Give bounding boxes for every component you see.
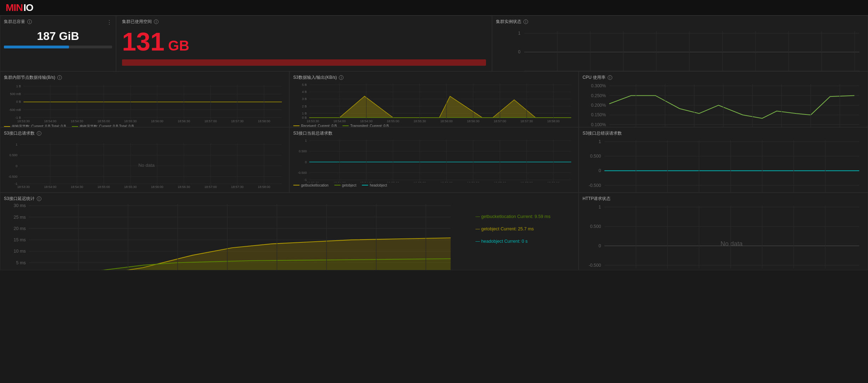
svg-text:-0.500: -0.500 xyxy=(8,175,18,178)
s3-error-panel: S3接口总错误请求数 1 0.500 0 -0.500 -1 18:53:30 … xyxy=(579,127,868,193)
cpu-usage-info-icon[interactable]: i xyxy=(608,75,612,80)
svg-text:18:54:30: 18:54:30 xyxy=(71,185,83,189)
svg-text:18:56:30: 18:56:30 xyxy=(178,119,190,123)
svg-text:0.500: 0.500 xyxy=(299,149,307,153)
logo: MIN IO xyxy=(6,2,33,13)
row2: 集群内部节点数据传输(B/s) i 1 B 500 mB 0 B -500 mB… xyxy=(0,71,868,127)
svg-text:-500 mB: -500 mB xyxy=(9,108,21,112)
svg-text:18:53:30: 18:53:30 xyxy=(17,185,30,189)
svg-text:18:57:00: 18:57:00 xyxy=(204,185,217,189)
legend-tx: 传输字节数: Current: 0 B Total: 0 B xyxy=(4,124,66,127)
used-space-info-icon[interactable]: i xyxy=(154,19,158,24)
svg-text:0 B: 0 B xyxy=(302,116,307,119)
header: MIN IO xyxy=(0,0,868,16)
legend-rx: 接收字节数: Current: 0 B Total: 0 B xyxy=(72,124,134,127)
legend-s3-rx-dot xyxy=(293,125,300,126)
svg-text:-0.500: -0.500 xyxy=(589,183,601,188)
svg-text:1: 1 xyxy=(598,205,601,210)
cluster-status-chart: 1 0 18:53:30 18:54:00 18:54:30 18:55:00 … xyxy=(496,26,864,71)
legend-s3-rx-label: Received: Current: 0 B xyxy=(301,124,337,127)
svg-text:18:57:30: 18:57:30 xyxy=(520,119,533,123)
svg-text:No data: No data xyxy=(138,163,155,168)
s3-latency-title: S3接口延迟统计 i xyxy=(4,196,575,202)
legend-headobj-curr-dot xyxy=(362,185,368,185)
s3-total-panel: S3接口总请求数 i 1 0.500 0 -0.500 -1 No data 1… xyxy=(0,127,289,193)
svg-text:— headobject  Current: 0 s: — headobject Current: 0 s xyxy=(475,239,527,244)
http-status-chart: 1 0.500 0 -0.500 No data 18:53:30 18:54:… xyxy=(583,203,864,270)
s3-latency-panel: S3接口延迟统计 i 30 ms 25 ms 20 ms 15 ms 10 ms… xyxy=(0,193,579,270)
svg-text:-0.500: -0.500 xyxy=(589,263,601,268)
svg-text:-0.500: -0.500 xyxy=(298,171,307,175)
internal-transfer-info-icon[interactable]: i xyxy=(57,75,62,80)
svg-text:0: 0 xyxy=(598,243,601,248)
capacity-bar xyxy=(4,46,112,48)
svg-text:1 B: 1 B xyxy=(302,112,307,115)
svg-text:25 ms: 25 ms xyxy=(13,215,25,220)
svg-text:18:58:00: 18:58:00 xyxy=(547,119,560,123)
capacity-menu-icon[interactable]: ⋮ xyxy=(106,19,112,26)
svg-text:18:57:30: 18:57:30 xyxy=(520,181,533,182)
svg-text:20 ms: 20 ms xyxy=(13,226,25,231)
cpu-usage-chart: 0.300% 0.250% 0.200% 0.150% 0.100% 0.050… xyxy=(583,82,864,127)
internal-transfer-title: 集群内部节点数据传输(B/s) i xyxy=(4,75,285,81)
capacity-value: 187 GiB xyxy=(4,30,112,43)
svg-text:0: 0 xyxy=(16,164,17,168)
svg-text:18:55:00: 18:55:00 xyxy=(387,119,399,123)
svg-text:5 B: 5 B xyxy=(302,83,307,87)
svg-text:18:55:00: 18:55:00 xyxy=(387,181,399,182)
svg-text:0.250%: 0.250% xyxy=(591,93,606,98)
s3-current-legend: getbucketlocation getobject headobject xyxy=(293,183,575,187)
used-space-title-label: 集群已使用空间 xyxy=(122,19,152,25)
s3-latency-content: 30 ms 25 ms 20 ms 15 ms 10 ms 5 ms 0 s xyxy=(4,203,575,270)
capacity-title-label: 集群总容量 xyxy=(4,19,25,25)
svg-text:18:55:30: 18:55:30 xyxy=(124,119,137,123)
legend-headobj-curr: headobject xyxy=(362,183,387,187)
cluster-status-info-icon[interactable]: i xyxy=(523,19,528,24)
svg-text:0.100%: 0.100% xyxy=(591,122,606,127)
legend-rx-dot xyxy=(72,126,78,127)
http-status-panel: HTTP请求状态 1 0.500 0 -0.500 No data 18:53:… xyxy=(579,193,868,270)
s3-io-info-icon[interactable]: i xyxy=(339,75,343,80)
cluster-status-title: 集群实例状态 i xyxy=(496,19,864,25)
http-status-label: HTTP请求状态 xyxy=(583,196,611,202)
legend-getbucket-curr: getbucketlocation xyxy=(293,183,329,187)
legend-getbucket-curr-dot xyxy=(293,185,300,185)
svg-text:18:54:30: 18:54:30 xyxy=(360,181,372,182)
svg-text:3 B: 3 B xyxy=(302,97,307,101)
cpu-usage-title: CPU 使用率 i xyxy=(583,75,864,81)
svg-text:15 ms: 15 ms xyxy=(13,237,25,242)
used-space-panel: 集群已使用空间 i 131 GB xyxy=(116,16,492,71)
cluster-status-label: 集群实例状态 xyxy=(496,19,521,25)
s3-io-title: S3数据输入/输出(KB/s) i xyxy=(293,75,575,81)
svg-text:500 mB: 500 mB xyxy=(10,92,21,96)
svg-text:18:57:00: 18:57:00 xyxy=(494,181,506,182)
svg-text:0: 0 xyxy=(598,168,601,173)
legend-rx-label: 接收字节数: Current: 0 B Total: 0 B xyxy=(80,124,134,127)
svg-text:18:56:00: 18:56:00 xyxy=(151,119,163,123)
legend-tx-label: 传输字节数: Current: 0 B Total: 0 B xyxy=(12,124,66,127)
internal-transfer-panel: 集群内部节点数据传输(B/s) i 1 B 500 mB 0 B -500 mB… xyxy=(0,71,289,127)
svg-text:0.200%: 0.200% xyxy=(591,103,606,108)
svg-text:18:55:30: 18:55:30 xyxy=(413,119,426,123)
logo-min-text: MIN xyxy=(6,2,23,13)
svg-text:No data: No data xyxy=(721,240,743,247)
svg-text:18:58:00: 18:58:00 xyxy=(258,119,270,123)
capacity-bar-fill xyxy=(4,46,69,48)
s3-total-info-icon[interactable]: i xyxy=(37,131,41,136)
s3-latency-info-icon[interactable]: i xyxy=(37,196,41,201)
used-space-bar xyxy=(122,59,486,66)
svg-text:2 B: 2 B xyxy=(302,105,307,108)
s3-error-title: S3接口总错误请求数 xyxy=(583,130,864,136)
capacity-title: 集群总容量 i xyxy=(4,19,32,25)
svg-text:18:57:00: 18:57:00 xyxy=(494,119,506,123)
svg-text:— getbucketlocation  Current: : — getbucketlocation Current: 9.59 ms xyxy=(475,214,550,219)
capacity-info-icon[interactable]: i xyxy=(27,19,32,24)
cluster-status-panel: 集群实例状态 i 1 0 18:53:30 18:54:00 18:5 xyxy=(492,16,868,71)
svg-text:10 ms: 10 ms xyxy=(13,249,25,254)
svg-text:18:57:00: 18:57:00 xyxy=(204,119,217,123)
legend-s3-tx: Transmited: Current: 0 B xyxy=(342,124,389,127)
svg-text:18:56:30: 18:56:30 xyxy=(467,119,479,123)
row5: S3接口延迟统计 i 30 ms 25 ms 20 ms 15 ms 10 ms… xyxy=(0,193,868,270)
svg-text:18:54:30: 18:54:30 xyxy=(71,119,83,123)
legend-s3-rx: Received: Current: 0 B xyxy=(293,124,337,127)
